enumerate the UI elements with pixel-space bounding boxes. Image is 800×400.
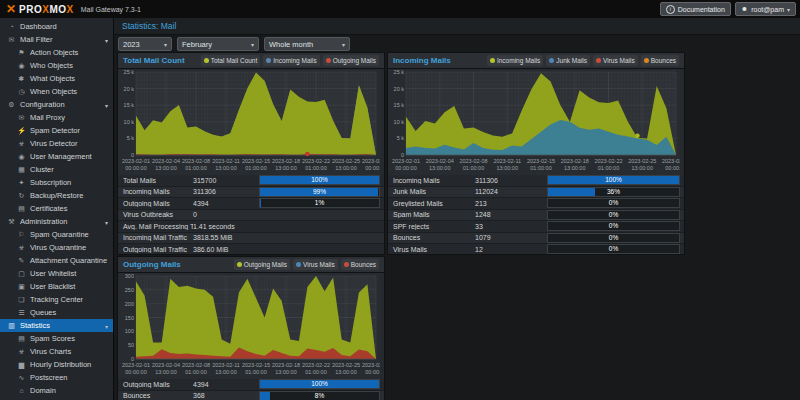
percent-bar-text: 99% [260,188,379,196]
sidebar-item-certificates[interactable]: ▤Certificates [0,202,113,215]
sidebar-item-mail-filter[interactable]: ✉Mail Filter▾ [0,33,113,46]
sidebar-item-when-objects[interactable]: ◷When Objects [0,85,113,98]
sidebar-item-subscription[interactable]: ✦Subscription [0,176,113,189]
legend-item-junk-mails[interactable]: Junk Mails [546,55,590,66]
sidebar-item-mail-proxy[interactable]: ✉Mail Proxy [0,111,113,124]
x-tick-date: 2023-02-25 [628,158,656,164]
legend-dot [296,262,301,267]
month-select[interactable]: February ▾ [177,37,259,51]
x-tick-time: 00:00:00 [365,369,380,375]
sidebar-item-user-management[interactable]: ◉User Management [0,150,113,163]
documentation-button[interactable]: i Documentation [660,2,731,16]
stat-value: 33 [475,223,547,230]
outgoing-mails-chart[interactable]: 0501001502002503002023-02-0100:00:002023… [118,273,380,379]
sidebar-item-label: Virus Quarantine [30,243,86,252]
sidebar-item-label: Mail Filter [20,35,53,44]
sidebar-item-tracking-center[interactable]: ❏Tracking Center [0,293,113,306]
brand-mid: MO [49,4,66,15]
x-tick-date: 2023-02-08 [459,158,487,164]
chevron-down-icon: ▾ [105,219,108,226]
brand-x2: X [67,4,74,15]
x-tick-date: 2023-02-15 [242,158,270,164]
y-tick-label: 15 k [394,102,405,108]
stat-value: 315700 [193,177,259,184]
sidebar-item-spam-quarantine[interactable]: ⚐Spam Quarantine [0,228,113,241]
chevron-down-icon: ▾ [105,323,108,330]
info-icon: i [666,5,675,14]
stat-bar-cell: 0% [547,233,684,243]
incoming-mails-chart[interactable]: 05 k10 k15 k20 k25 k2023-02-0100:00:0020… [388,69,680,175]
x-tick-time: 13:00:00 [335,369,356,375]
chart-marker-dot [635,133,640,138]
legend-item-bounces[interactable]: Bounces [341,259,379,270]
sidebar-item-label: Configuration [20,100,65,109]
sidebar-item-administration[interactable]: ⚒Administration▾ [0,215,113,228]
sidebar-item-virus-detector[interactable]: ☣Virus Detector [0,137,113,150]
sidebar-item-label: What Objects [30,74,75,83]
sidebar-item-postscreen[interactable]: ∿Postscreen [0,371,113,384]
sidebar-item-hourly-distribution[interactable]: ▆Hourly Distribution [0,358,113,371]
stat-value: 12 [475,246,547,253]
legend-dot [644,58,649,63]
filter-toolbar: 2023 ▾ February ▾ Whole month ▾ [114,35,800,53]
table-row-junk-mails: Junk Mails11202436% [388,187,684,199]
sidebar-item-spam-detector[interactable]: ⚡Spam Detector [0,124,113,137]
x-tick-date: 2023-02-22 [594,158,622,164]
percent-bar-text: 0% [548,199,679,207]
paperclip-icon: ✎ [16,257,27,265]
legend-item-incoming-mails[interactable]: Incoming Mails [487,55,543,66]
gears-icon: ⚙ [6,101,17,109]
x-tick-date: 2023-02-15 [242,362,270,368]
legend-item-bounces[interactable]: Bounces [641,55,679,66]
sidebar-item-backup-restore[interactable]: ↻Backup/Restore [0,189,113,202]
legend-item-total-mail-count[interactable]: Total Mail Count [201,55,261,66]
sidebar-item-spam-scores[interactable]: ▤Spam Scores [0,332,113,345]
x-tick-date: 2023-02-25 [332,158,360,164]
x-tick-date: 2023-02-11 [212,362,240,368]
legend-item-incoming-mails[interactable]: Incoming Mails [263,55,319,66]
sidebar-item-user-whitelist[interactable]: ▢User Whitelist [0,267,113,280]
range-value: Whole month [269,40,313,49]
x-tick-date: 2023-02-04 [152,158,180,164]
user-menu-button[interactable]: ☻ root@pam ▾ [735,2,796,16]
sidebar-item-queues[interactable]: ☰Queues [0,306,113,319]
sidebar-item-virus-quarantine[interactable]: ☣Virus Quarantine [0,241,113,254]
outgoing-chart-legend: Outgoing MailsVirus MailsBounces [234,259,379,270]
stat-label: Outgoing Mail Traffic [118,246,193,253]
whitelist-icon: ▢ [16,270,27,278]
sidebar-item-action-objects[interactable]: ⚑Action Objects [0,46,113,59]
sidebar-item-dashboard[interactable]: ◔Dashboard [0,20,113,33]
stat-label: Incoming Mails [388,177,475,184]
sidebar-item-user-blacklist[interactable]: ▣User Blacklist [0,280,113,293]
queues-icon: ☰ [16,309,27,317]
sidebar-item-label: User Blacklist [30,282,75,291]
sidebar-item-statistics[interactable]: ▥Statistics▾ [0,319,113,332]
outgoing-panel-header: Outgoing Mails Outgoing MailsVirus Mails… [118,257,384,273]
year-select[interactable]: 2023 ▾ [118,37,172,51]
sidebar-item-cluster[interactable]: ▦Cluster [0,163,113,176]
legend-item-virus-mails[interactable]: Virus Mails [293,259,338,270]
sidebar-item-attachment-quarantine[interactable]: ✎Attachment Quarantine [0,254,113,267]
x-tick-time: 13:00:00 [632,165,653,171]
table-row-greylisted-mails: Greylisted Mails2130% [388,198,684,210]
table-row-bounces: Bounces10790% [388,233,684,245]
total-mail-count-chart[interactable]: 05 k10 k15 k20 k25 k2023-02-0100:00:0020… [118,69,380,175]
sidebar-item-what-objects[interactable]: ✱What Objects [0,72,113,85]
total-panel-header: Total Mail Count Total Mail CountIncomin… [118,53,384,69]
range-select[interactable]: Whole month ▾ [264,37,350,51]
sidebar-item-domain[interactable]: ⌂Domain [0,384,113,397]
legend-item-outgoing-mails[interactable]: Outgoing Mails [234,259,290,270]
sidebar-item-virus-charts[interactable]: ☣Virus Charts [0,345,113,358]
sidebar-item-who-objects[interactable]: ◉Who Objects [0,59,113,72]
x-tick-date: 2023-02-18 [272,158,300,164]
x-tick-date: 2023-02-11 [212,158,240,164]
legend-item-virus-mails[interactable]: Virus Mails [593,55,638,66]
sidebar-item-configuration[interactable]: ⚙Configuration▾ [0,98,113,111]
y-tick-label: 20 k [124,86,135,92]
legend-dot [596,58,601,63]
sidebar-item-label: Hourly Distribution [30,360,91,369]
legend-item-outgoing-mails[interactable]: Outgoing Mails [323,55,379,66]
main-content: Statistics: Mail 2023 ▾ February ▾ Whole… [114,18,800,400]
legend-dot [204,58,209,63]
legend-label: Incoming Mails [497,57,540,64]
